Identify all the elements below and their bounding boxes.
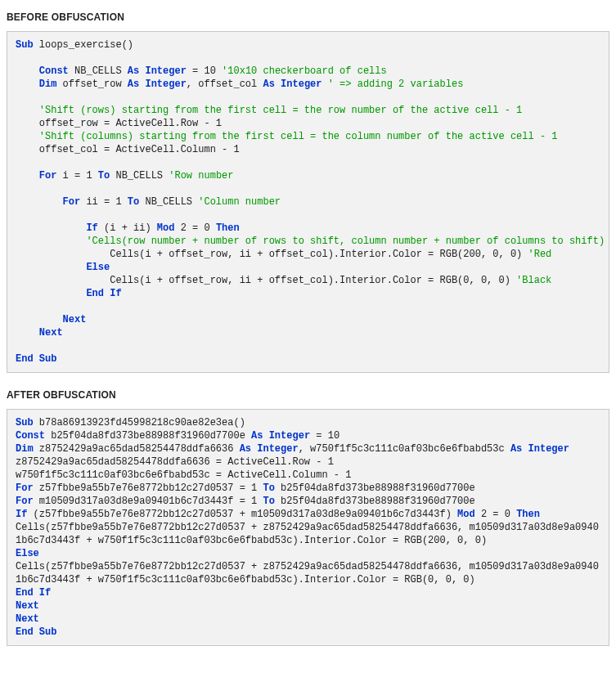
kw-for: For xyxy=(16,496,34,507)
kw-to: To xyxy=(263,482,274,494)
comment: 'Column number xyxy=(198,196,281,208)
for-end: b25f04da8fd373be88988f31960d7700e xyxy=(275,496,475,507)
kw-integer: Integer xyxy=(251,443,299,455)
kw-end: End xyxy=(86,288,104,299)
kw-as: As xyxy=(251,430,263,442)
kw-sub: Sub xyxy=(16,39,34,51)
kw-mod: Mod xyxy=(157,222,175,234)
kw-integer: Integer xyxy=(522,443,569,455)
kw-to: To xyxy=(128,196,139,208)
kw-integer: Integer xyxy=(139,79,187,90)
kw-if: If xyxy=(86,222,97,234)
kw-if: If xyxy=(104,288,122,299)
code-line: w750f1f5c3c111c0af03bc6e6fbabd53c = Acti… xyxy=(16,469,351,481)
comment: ' => adding 2 variables xyxy=(328,79,464,90)
kw-as: As xyxy=(263,79,274,90)
kw-for: For xyxy=(63,196,81,208)
for-end: NB_CELLS xyxy=(139,196,198,208)
for-end: NB_CELLS xyxy=(110,170,169,182)
kw-as: As xyxy=(128,79,139,90)
code-line: offset_col = ActiveCell.Column - 1 xyxy=(16,144,240,155)
kw-else: Else xyxy=(16,548,39,559)
heading-before: BEFORE OBFUSCATION xyxy=(7,11,609,23)
code-line: z8752429a9ac65dad58254478ddfa6636 = Acti… xyxy=(16,456,334,468)
dim-mid: , w750f1f5c3c111c0af03bc6e6fbabd53c xyxy=(299,443,510,455)
dim-var: z8752429a9ac65dad58254478ddfa6636 xyxy=(34,443,240,455)
kw-end: End xyxy=(16,353,34,365)
comment: 'Black xyxy=(516,275,551,286)
comment: '10x10 checkerboard of cells xyxy=(222,65,387,77)
for-mid: i = 1 xyxy=(56,170,97,182)
kw-next: Next xyxy=(16,613,39,625)
comment: 'Shift (rows) starting from the first ce… xyxy=(39,105,523,116)
kw-sub: Sub xyxy=(34,626,57,638)
const-name: NB_CELLS xyxy=(69,65,128,77)
code-after: Sub b78a86913923fd45998218c90ae82e3ea() … xyxy=(7,409,609,646)
kw-integer: Integer xyxy=(275,79,322,90)
heading-after: AFTER OBFUSCATION xyxy=(7,389,609,401)
comment: 'Red xyxy=(528,249,552,260)
for-mid: z57fbbe9a55b7e76e8772bb12c27d0537 = 1 xyxy=(34,482,263,494)
kw-sub: Sub xyxy=(34,353,57,365)
sub-name: loops_exercise() xyxy=(34,39,133,51)
kw-sub: Sub xyxy=(16,417,34,428)
dim-var: offset_row xyxy=(56,79,127,90)
kw-integer: Integer xyxy=(139,65,187,77)
code-line: Cells(z57fbbe9a55b7e76e8772bb12c27d0537 … xyxy=(16,522,599,546)
kw-dim: Dim xyxy=(16,443,34,455)
code-line: Cells(i + offset_row, ii + offset_col).I… xyxy=(16,275,516,286)
code-line: Cells(i + offset_row, ii + offset_col).I… xyxy=(16,249,528,260)
sp xyxy=(322,79,328,90)
kw-if: If xyxy=(16,509,27,520)
kw-end: End xyxy=(16,587,34,599)
code-line: offset_row = ActiveCell.Row - 1 xyxy=(16,118,222,129)
kw-next: Next xyxy=(16,600,39,612)
kw-for: For xyxy=(39,170,57,182)
kw-as: As xyxy=(240,443,251,455)
kw-next: Next xyxy=(63,314,87,325)
comment: 'Row number xyxy=(169,170,233,182)
if-rest: 2 = 0 xyxy=(475,509,516,520)
comment: 'Cells(row number + number of rows to sh… xyxy=(86,236,605,247)
kw-next: Next xyxy=(39,327,63,339)
if-cond: (z57fbbe9a55b7e76e8772bb12c27d0537 + m10… xyxy=(27,509,457,520)
kw-as: As xyxy=(510,443,522,455)
dim-mid: , offset_col xyxy=(187,79,263,90)
kw-const: Const xyxy=(16,430,45,442)
for-end: b25f04da8fd373be88988f31960d7700e xyxy=(275,482,475,494)
const-name: b25f04da8fd373be88988f31960d7700e xyxy=(45,430,251,442)
kw-to: To xyxy=(98,170,110,182)
kw-end: End xyxy=(16,626,34,638)
kw-if: If xyxy=(34,587,52,599)
code-before: Sub loops_exercise() Const NB_CELLS As I… xyxy=(7,31,609,373)
for-mid: ii = 1 xyxy=(80,196,128,208)
kw-then: Then xyxy=(216,222,240,234)
kw-then: Then xyxy=(516,509,540,520)
for-mid: m10509d317a03d8e9a09401b6c7d3443f = 1 xyxy=(34,496,263,507)
kw-else: Else xyxy=(86,262,110,273)
if-rest: 2 = 0 xyxy=(174,222,215,234)
const-eq: = 10 xyxy=(187,65,222,77)
sub-name: b78a86913923fd45998218c90ae82e3ea() xyxy=(34,417,245,428)
if-cond: (i + ii) xyxy=(98,222,157,234)
kw-as: As xyxy=(128,65,139,77)
kw-mod: Mod xyxy=(457,509,475,520)
kw-const: Const xyxy=(39,65,69,77)
code-line: Cells(z57fbbe9a55b7e76e8772bb12c27d0537 … xyxy=(16,561,599,586)
kw-integer: Integer xyxy=(263,430,310,442)
comment: 'Shift (columns) starting from the first… xyxy=(39,131,558,142)
kw-for: For xyxy=(16,482,34,494)
const-eq: = 10 xyxy=(310,430,339,442)
kw-dim: Dim xyxy=(39,79,57,90)
kw-to: To xyxy=(263,496,274,507)
